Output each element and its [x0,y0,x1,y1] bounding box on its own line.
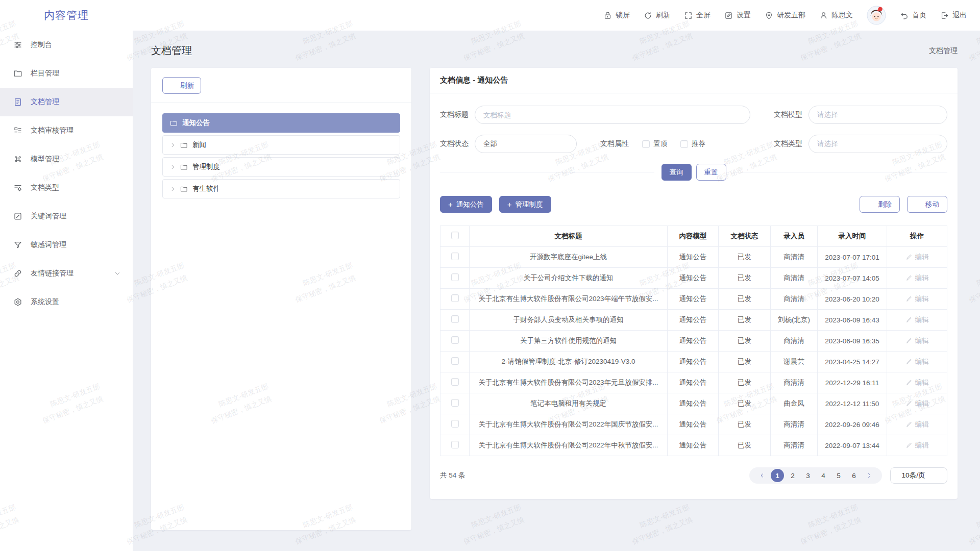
tree-node[interactable]: 通知公告 [162,113,400,133]
row-checkbox[interactable] [451,357,459,365]
sidebar-item-system-settings[interactable]: 系统设置 [0,288,133,316]
page-button-2[interactable]: 2 [786,469,799,482]
edit-button[interactable]: 编辑 [905,253,929,262]
sidebar-item-model-mgmt[interactable]: 模型管理 [0,145,133,173]
row-checkbox[interactable] [451,420,459,428]
edit-button[interactable]: 编辑 [905,378,929,387]
attr-top-checkbox[interactable]: 置顶 [642,139,667,148]
chevron-down-icon [114,270,120,277]
pencil-icon [905,274,913,282]
tree-node[interactable]: 有生软件 [162,179,400,198]
edit-button[interactable]: 编辑 [905,420,929,429]
add-regulation-button[interactable]: + 管理制度 [499,196,551,213]
topbar-action-label: 研发五部 [777,11,805,20]
edit-label: 编辑 [915,253,929,262]
sidebar-item-doc-type[interactable]: 文档类型 [0,173,133,202]
topbar-action-logout[interactable]: 退出 [940,11,967,20]
column-header: 操作 [887,226,947,247]
content: 刷新 通知公告新闻管理制度有生软件 文档信息 - 通知公告 文档标题 文档模型 [133,68,980,530]
chevron-right-icon[interactable] [170,164,176,170]
search-button[interactable]: 查询 [662,164,692,181]
row-checkbox[interactable] [451,336,459,344]
topbar-action-home[interactable]: 首页 [900,11,926,20]
sidebar-item-doc-audit-mgmt[interactable]: 文档审核管理 [0,116,133,145]
doc-time-cell: 2022-09-26 09:46 [818,414,887,435]
doc-model-select[interactable]: 请选择 [808,106,947,124]
page-button-3[interactable]: 3 [801,469,815,482]
sidebar-item-sensitive-word-mgmt[interactable]: 敏感词管理 [0,231,133,259]
row-checkbox[interactable] [451,253,459,260]
next-page-button[interactable] [863,469,876,482]
row-checkbox[interactable] [451,273,459,281]
topbar-action-fullscreen[interactable]: 全屏 [684,11,710,20]
doc-status-label: 文档状态 [440,139,469,148]
sidebar-item-label: 友情链接管理 [31,269,74,278]
doc-status-select[interactable]: 全部 [475,135,577,153]
edit-button[interactable]: 编辑 [905,273,929,283]
sidebar-item-friend-link-mgmt[interactable]: 友情链接管理 [0,259,133,288]
doc-editor-cell: 商清清 [771,268,818,289]
page-button-5[interactable]: 5 [832,469,845,482]
doc-editor-cell: 谢晨芸 [771,352,818,372]
undo-icon [900,11,909,20]
filter-form: 文档标题 文档模型 请选择 文档状态 [430,93,958,181]
edit-button[interactable]: 编辑 [905,315,929,324]
doc-status-cell: 已发 [719,372,771,393]
sidebar-item-console[interactable]: 控制台 [0,31,133,59]
chevron-right-icon[interactable] [170,142,176,148]
edit-button[interactable]: 编辑 [905,441,929,450]
doc-title-input[interactable] [475,106,750,124]
tree-refresh-button[interactable]: 刷新 [162,77,201,94]
sidebar: 控制台栏目管理文档管理文档审核管理模型管理文档类型关键词管理敏感词管理友情链接管… [0,31,133,551]
select-all-checkbox[interactable] [451,232,459,239]
add-notice-button[interactable]: + 通知公告 [440,196,492,213]
sidebar-item-keyword-mgmt[interactable]: 关键词管理 [0,202,133,231]
doc-model-cell: 通知公告 [668,414,719,435]
sidebar-item-column-mgmt[interactable]: 栏目管理 [0,59,133,88]
tree-node[interactable]: 新闻 [162,135,400,155]
page-button-1[interactable]: 1 [771,469,784,482]
row-checkbox-cell [440,331,470,352]
attr-recommend-checkbox[interactable]: 推荐 [680,139,705,148]
user-avatar[interactable] [867,6,886,25]
row-checkbox-cell [440,435,470,456]
prev-page-button[interactable] [755,469,769,482]
topbar-action-user[interactable]: 陈思文 [819,11,853,20]
doc-status-cell: 已发 [719,289,771,310]
topbar-action-settings[interactable]: 设置 [724,11,751,20]
edit-button[interactable]: 编辑 [905,294,929,304]
row-checkbox[interactable] [451,315,459,323]
topbar-action-refresh[interactable]: 刷新 [644,11,670,20]
reset-button[interactable]: 重置 [696,164,726,181]
row-checkbox[interactable] [451,399,459,407]
table-row: 于财务部人员变动及相关事项的通知通知公告已发刘杨(北京)2023-06-09 1… [440,310,947,331]
console-icon [13,40,22,49]
topbar-action-department[interactable]: 研发五部 [765,11,805,20]
delete-button[interactable]: 删除 [860,196,900,213]
doc-action-cell: 编辑 [887,268,947,289]
row-checkbox[interactable] [451,441,459,448]
topbar-action-label: 锁屏 [616,11,630,20]
edit-button[interactable]: 编辑 [905,336,929,345]
move-button[interactable]: 移动 [907,196,947,213]
tree-node[interactable]: 管理制度 [162,157,400,177]
add-notice-label: 通知公告 [456,200,484,209]
doc-status-cell: 已发 [719,393,771,414]
page-button-4[interactable]: 4 [817,469,830,482]
row-checkbox[interactable] [451,294,459,302]
edit-button[interactable]: 编辑 [905,399,929,408]
chevron-right-icon[interactable] [170,186,176,192]
menu-fold-icon[interactable] [145,11,154,20]
edit-button[interactable]: 编辑 [905,357,929,366]
page-button-6[interactable]: 6 [847,469,861,482]
doc-model-cell: 通知公告 [668,352,719,372]
sidebar-item-label: 栏目管理 [31,69,59,78]
header-checkbox-cell [440,226,470,247]
topbar-action-lock-screen[interactable]: 锁屏 [603,11,630,20]
doc-type-select[interactable]: 请选择 [808,135,947,153]
doc-model-label: 文档模型 [774,110,802,119]
sidebar-item-doc-mgmt[interactable]: 文档管理 [0,88,133,116]
table-row: 关于北京有生博大软件股份有限公司2023年元旦放假安排...通知公告已发商清清2… [440,372,947,393]
row-checkbox[interactable] [451,378,459,386]
page-size-select[interactable]: 10条/页 [890,467,947,484]
